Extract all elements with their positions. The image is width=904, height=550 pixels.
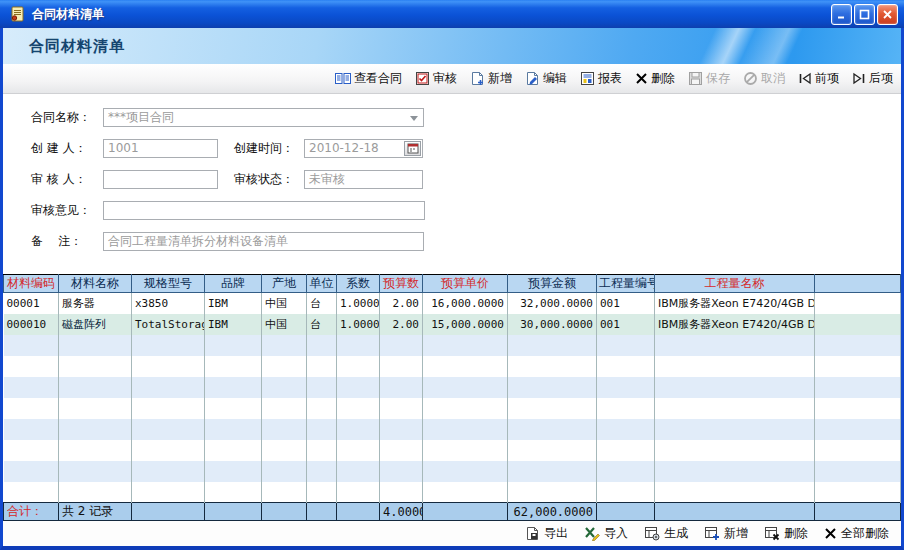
cell-coefficient[interactable]: 1.0000 (337, 293, 380, 314)
cell-spec-model[interactable]: TotalStorag (132, 314, 205, 335)
empty-row[interactable] (4, 335, 901, 356)
cell-unit[interactable]: 台 (307, 314, 337, 335)
cell-budget-amount[interactable]: 30,000.0000 (508, 314, 597, 335)
add-new-button[interactable]: 新增 (470, 70, 512, 87)
column-header[interactable]: 预算数 (380, 275, 423, 293)
export-icon (525, 526, 540, 541)
add-new-icon (470, 71, 485, 86)
column-header[interactable] (815, 275, 901, 293)
close-button[interactable] (877, 4, 898, 25)
edit-button[interactable]: 编辑 (525, 70, 567, 87)
empty-row[interactable] (4, 482, 901, 503)
previous-icon (798, 72, 812, 85)
cell-budget-price[interactable]: 15,000.0000 (423, 314, 508, 335)
date-picker-button[interactable] (404, 141, 421, 156)
empty-row[interactable] (4, 356, 901, 377)
cell-boq-code[interactable]: 001 (597, 293, 655, 314)
create-time-label: 创建时间： (234, 140, 304, 157)
cell-origin[interactable]: 中国 (262, 293, 307, 314)
cell-material-name[interactable]: 服务器 (59, 293, 132, 314)
review-status-value: 未审核 (309, 171, 345, 188)
button-label: 新增 (488, 70, 512, 87)
reviewer-field[interactable] (103, 170, 218, 189)
export-button[interactable]: 导出 (525, 525, 568, 542)
column-header[interactable]: 预算单价 (423, 275, 508, 293)
cell-budget-qty[interactable]: 2.00 (380, 314, 423, 335)
cell-origin[interactable]: 中国 (262, 314, 307, 335)
button-label: 保存 (706, 70, 730, 87)
next-button[interactable]: 后项 (852, 70, 893, 87)
creator-field[interactable]: 1001 (103, 139, 218, 158)
generate-button[interactable]: 生成 (644, 525, 688, 542)
audit-button[interactable]: 审核 (415, 70, 457, 87)
cell-spec-model[interactable]: x3850 (132, 293, 205, 314)
cell-filler[interactable] (815, 293, 901, 314)
column-header[interactable]: 品牌 (205, 275, 262, 293)
column-header[interactable]: 工程量名称 (655, 275, 815, 293)
column-header[interactable]: 规格型号 (132, 275, 205, 293)
total-label: 合计： (4, 503, 59, 521)
cell-budget-amount[interactable]: 32,000.0000 (508, 293, 597, 314)
cell-boq-name[interactable]: IBM服务器Xeon E7420/4GB DD (655, 314, 815, 335)
delete-button[interactable]: 删除 (635, 70, 675, 87)
column-header[interactable]: 系数 (337, 275, 380, 293)
window-title: 合同材料清单 (32, 6, 104, 23)
selected-cell-material-name[interactable]: 磁盘阵列 (59, 314, 132, 335)
create-time-field[interactable]: 2010-12-18 (304, 139, 423, 158)
note-field[interactable]: 合同工程量清单拆分材料设备清单 (103, 232, 424, 251)
cell-boq-name[interactable]: IBM服务器Xeon E7420/4GB DD (655, 293, 815, 314)
button-label: 删除 (651, 70, 675, 87)
empty-row[interactable] (4, 398, 901, 419)
review-opinion-field[interactable] (103, 201, 425, 220)
empty-row[interactable] (4, 419, 901, 440)
previous-button[interactable]: 前项 (798, 70, 839, 87)
grid-delete-icon (764, 526, 780, 541)
cell-boq-code[interactable]: 001 (597, 314, 655, 335)
cell-unit[interactable]: 台 (307, 293, 337, 314)
review-status-field[interactable]: 未审核 (304, 170, 423, 189)
empty-row[interactable] (4, 377, 901, 398)
column-header[interactable]: 产地 (262, 275, 307, 293)
column-header[interactable]: 工程量编号 (597, 275, 655, 293)
empty-row[interactable] (4, 461, 901, 482)
column-header[interactable]: 预算金额 (508, 275, 597, 293)
grid-add-icon (704, 526, 720, 541)
contract-name-select[interactable]: ***项目合同 (103, 108, 424, 127)
delete-all-icon (824, 527, 837, 540)
column-header[interactable]: 单位 (307, 275, 337, 293)
grid-delete-button[interactable]: 删除 (764, 525, 808, 542)
maximize-button[interactable] (854, 4, 875, 25)
empty-row[interactable] (4, 440, 901, 461)
contract-form: 合同名称： ***项目合同 创 建 人： 1001 创建时间： 2010-12-… (3, 94, 901, 274)
document-icon (9, 6, 26, 23)
cell-coefficient[interactable]: 1.0000 (337, 314, 380, 335)
table-row[interactable]: 000010 磁盘阵列 TotalStorag IBM 中国 台 1.0000 … (4, 314, 901, 335)
button-label: 全部删除 (841, 525, 889, 542)
cell-budget-qty[interactable]: 2.00 (380, 293, 423, 314)
save-button: 保存 (688, 70, 730, 87)
button-label: 导出 (544, 525, 568, 542)
cell-budget-price[interactable]: 16,000.0000 (423, 293, 508, 314)
edit-icon (525, 71, 540, 86)
report-button[interactable]: 报表 (580, 70, 622, 87)
cell-material-code[interactable]: 00001 (4, 293, 59, 314)
minimize-icon (836, 9, 847, 20)
cell-brand[interactable]: IBM (205, 314, 262, 335)
import-button[interactable]: 导入 (584, 525, 628, 542)
chevron-down-icon[interactable] (410, 116, 418, 121)
table-header-row: 材料编码 材料名称 规格型号 品牌 产地 单位 系数 预算数 预算单价 预算金额… (4, 275, 901, 293)
table-row[interactable]: 00001 服务器 x3850 IBM 中国 台 1.0000 2.00 16,… (4, 293, 901, 314)
cell-brand[interactable]: IBM (205, 293, 262, 314)
cell-filler[interactable] (815, 314, 901, 335)
column-header[interactable]: 材料编码 (4, 275, 59, 293)
delete-all-button[interactable]: 全部删除 (824, 525, 889, 542)
column-header[interactable]: 材料名称 (59, 275, 132, 293)
review-opinion-label: 审核意见： (31, 202, 103, 219)
view-contract-button[interactable]: 查看合同 (335, 70, 402, 87)
cell-material-code[interactable]: 000010 (4, 314, 59, 335)
record-count: 共 2 记录 (59, 503, 132, 521)
minimize-button[interactable] (831, 4, 852, 25)
import-icon (584, 526, 600, 541)
view-contract-icon (335, 71, 351, 86)
grid-add-button[interactable]: 新增 (704, 525, 748, 542)
